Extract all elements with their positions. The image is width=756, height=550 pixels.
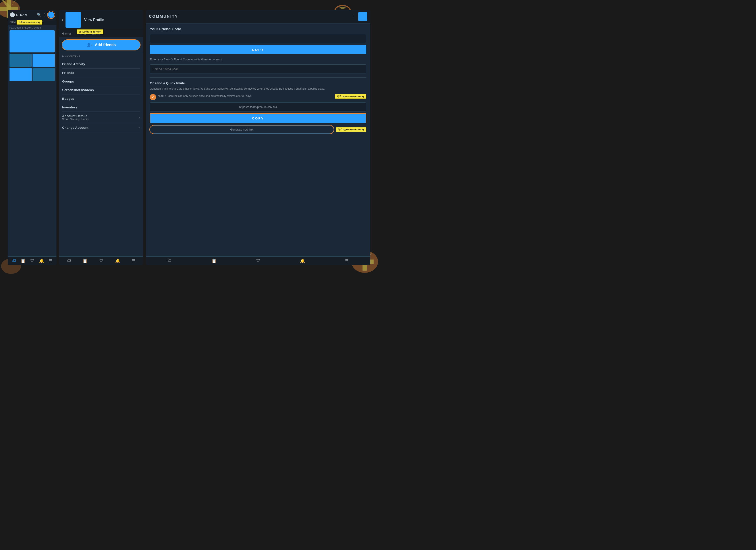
friend-code-display-box <box>150 34 366 43</box>
featured-banner[interactable] <box>10 30 55 52</box>
menu-item-groups[interactable]: Groups <box>62 77 140 86</box>
my-content-label: MY CONTENT <box>62 55 140 58</box>
add-friends-icon: 👤+ <box>87 43 93 47</box>
copy-invite-link-button[interactable]: COPY <box>150 113 366 123</box>
add-friends-button[interactable]: 👤+ Add friends <box>62 40 140 50</box>
enter-friend-code-input[interactable] <box>150 64 366 73</box>
steam-content: FEATURED & RECOMMENDED <box>8 25 56 257</box>
bottom-shield-icon-3[interactable]: 🛡 <box>256 259 260 263</box>
friend-code-bottom-nav: 🏷 📋 🛡 🔔 ☰ <box>146 257 370 265</box>
menu-item-friends[interactable]: Friends <box>62 69 140 77</box>
bottom-tag-icon-2[interactable]: 🏷 <box>67 259 71 263</box>
search-icon[interactable]: 🔍 <box>37 13 41 17</box>
menu-item-account-details[interactable]: Account Details Store, Security, Family … <box>62 112 140 123</box>
menu-item-friend-activity[interactable]: Friend Activity <box>62 60 140 69</box>
bottom-list-icon[interactable]: 📋 <box>21 259 25 263</box>
friend-code-section-title: Your Friend Code <box>150 27 366 31</box>
game-thumb-1[interactable] <box>10 54 32 67</box>
quick-invite-title: Or send a Quick Invite <box>150 81 366 85</box>
quick-invite-text: Generate a link to share via email or SM… <box>150 87 366 91</box>
menu-item-badges[interactable]: Badges <box>62 95 140 103</box>
checkmark-circle: ✓ <box>150 94 156 100</box>
more-icon[interactable]: ⋮ <box>43 13 46 17</box>
annotation-2: 2) «Добавить друзей» <box>77 29 103 34</box>
header-avatar <box>358 12 367 21</box>
header-more-icon[interactable]: ⋮ <box>352 14 356 19</box>
steam-logo-icon <box>10 12 15 17</box>
steam-bottom-nav: 🏷 📋 🛡 🔔 ☰ <box>8 257 56 265</box>
game-thumb-2[interactable] <box>33 54 55 67</box>
annotation-4: 4) Копируем новую ссылку <box>335 94 366 99</box>
steam-logo-text: STEAM <box>16 13 27 16</box>
note-text: NOTE: Each link can only be used once an… <box>158 94 333 98</box>
bottom-bell-icon-3[interactable]: 🔔 <box>300 259 305 263</box>
menu-item-screenshots[interactable]: Screenshots/Videos <box>62 86 140 95</box>
featured-label: FEATURED & RECOMMENDED <box>10 27 55 29</box>
menu-item-inventory[interactable]: Inventory <box>62 103 140 112</box>
bottom-shield-icon[interactable]: 🛡 <box>30 259 34 263</box>
friend-code-content: Your Friend Code COPY Enter your friend'… <box>146 23 370 257</box>
copy-friend-code-button[interactable]: COPY <box>150 45 366 54</box>
tab-games[interactable]: Games <box>62 32 71 37</box>
bottom-menu-icon[interactable]: ☰ <box>49 259 52 263</box>
friend-code-header: COMMUNITY ⋮ <box>146 10 370 23</box>
back-button[interactable]: ‹ <box>62 17 63 23</box>
bottom-list-icon-2[interactable]: 📋 <box>83 259 87 263</box>
steam-logo: STEAM <box>10 12 27 17</box>
generate-new-link-button[interactable]: Generate new link <box>150 126 334 134</box>
steam-header: STEAM 🔍 ⋮ <box>8 10 56 20</box>
invite-link-box: https://s.team/p/ваша/ссылка <box>150 102 366 112</box>
community-bottom-nav: 🏷 📋 🛡 🔔 ☰ <box>59 257 143 265</box>
bottom-bell-icon-2[interactable]: 🔔 <box>115 259 120 263</box>
avatar-highlight-circle <box>47 11 55 19</box>
annotation-3: 3) Создаем новую ссылку <box>336 127 366 132</box>
steam-header-icons: 🔍 ⋮ <box>37 12 54 18</box>
steam-panel: STEAM 🔍 ⋮ MENU WISHLIST WALLET <box>8 10 56 265</box>
bottom-bell-icon[interactable]: 🔔 <box>39 259 44 263</box>
game-thumb-3[interactable] <box>10 68 32 81</box>
community-panel: ‹ View Profile 2) «Добавить друзей» Game… <box>59 10 143 265</box>
nav-menu[interactable]: MENU <box>10 21 17 24</box>
bottom-list-icon-3[interactable]: 📋 <box>212 259 216 263</box>
helper-text: Enter your friend's Friend Code to invit… <box>150 57 366 62</box>
community-title: COMMUNITY <box>149 14 178 19</box>
bottom-menu-icon-3[interactable]: ☰ <box>345 259 349 263</box>
bottom-tag-icon-3[interactable]: 🏷 <box>168 259 172 263</box>
profile-header: ‹ View Profile <box>59 10 143 30</box>
community-menu-content: MY CONTENT Friend Activity Friends Group… <box>59 53 143 257</box>
bottom-shield-icon-2[interactable]: 🛡 <box>99 259 103 263</box>
annotation-1: 1) Жмем на аватарку <box>17 20 42 25</box>
add-friends-label: Add friends <box>95 43 116 47</box>
game-thumb-4[interactable] <box>33 68 55 81</box>
bottom-menu-icon-2[interactable]: ☰ <box>132 259 135 263</box>
friend-code-panel: COMMUNITY ⋮ Your Friend Code COPY Enter … <box>146 10 370 265</box>
view-profile-button[interactable]: View Profile <box>84 18 104 22</box>
bottom-tag-icon[interactable]: 🏷 <box>12 259 16 263</box>
menu-item-change-account[interactable]: Change Account › <box>62 123 140 132</box>
profile-avatar <box>66 12 81 28</box>
